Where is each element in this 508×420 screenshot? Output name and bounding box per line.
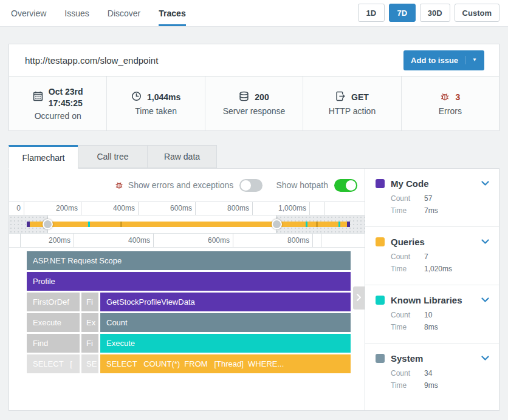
stat-value: 1,044ms (147, 92, 180, 103)
time-label: Time (391, 381, 424, 390)
nav-tabs: Overview Issues Discover Traces (11, 0, 186, 26)
tab-flamechart[interactable]: Flamechart (9, 145, 78, 169)
flame-frame-count[interactable]: Count (100, 313, 351, 332)
minimap-handle-left[interactable] (43, 219, 53, 229)
legend-header[interactable]: System (376, 353, 489, 364)
stat-errors: 3 Errors (402, 76, 499, 130)
flame-frame-fi[interactable]: Fi (81, 293, 98, 311)
ruler-tick: 600ms (154, 234, 233, 247)
ruler-filler (324, 202, 365, 215)
legend-name: System (391, 353, 423, 364)
view-tabs: Flamechart Call tree Raw data (9, 145, 499, 168)
timeline-minimap (9, 215, 365, 233)
nav-tab-label: Traces (159, 8, 185, 18)
trace-url-row: http://testapp.com/slow_endpoint Add to … (9, 44, 499, 76)
stat-label: Occurred on (35, 111, 81, 121)
trace-stats-row: Oct 23rd 17:45:25 Occurred on 1,044ms Ti… (9, 76, 499, 130)
range-button-custom[interactable]: Custom (455, 4, 499, 22)
add-to-issue-button[interactable]: Add to issue ▼ (403, 50, 484, 70)
flame-frame-select[interactable]: SELECT [ (27, 354, 80, 373)
flame-frame-profile[interactable]: Profile (27, 272, 351, 291)
stat-http-action: GET HTTP action (303, 76, 401, 130)
expand-pane-button[interactable] (353, 286, 365, 310)
queries-swatch (376, 237, 385, 246)
flame-frame-find[interactable]: Find (27, 334, 80, 353)
minimap-cap (27, 222, 30, 227)
flame-frame-aspnet-request-scope[interactable]: ASP.NET Request Scope (27, 251, 351, 270)
ruler-tick: 200ms (21, 234, 74, 247)
count-value: 7 (424, 252, 428, 261)
stat-value: 3 (455, 92, 460, 103)
legend-item-known-libraries: Known Libraries Count10 Time8ms (365, 285, 499, 344)
legend-stats: Count57 Time7ms (391, 194, 489, 215)
legend-name: Known Libraries (391, 295, 462, 305)
clock-icon (131, 91, 142, 104)
minimap-handle-right[interactable] (272, 219, 282, 229)
legend-header[interactable]: My Code (376, 178, 489, 189)
tab-raw-data[interactable]: Raw data (147, 145, 217, 168)
count-value: 10 (424, 311, 432, 319)
legend-header[interactable]: Queries (376, 237, 489, 247)
flame-frame-firstordef[interactable]: FirstOrDef (27, 293, 80, 311)
count-value: 34 (424, 369, 432, 378)
legend-name: Queries (391, 237, 425, 247)
calendar-icon (33, 91, 43, 104)
chevron-right-icon (357, 293, 361, 303)
bug-icon (440, 92, 450, 104)
trace-header-card: http://testapp.com/slow_endpoint Add to … (9, 44, 499, 131)
flame-frame-select-query[interactable]: SELECT COUNT(*) FROM [Thread] WHERE... (100, 354, 351, 373)
minimap-tick (316, 222, 318, 227)
count-value: 57 (424, 194, 432, 203)
chevron-down-icon[interactable] (481, 356, 489, 361)
ruler-tick: 0 (9, 202, 24, 215)
flame-frame-execute[interactable]: Execute (27, 313, 80, 332)
range-button-1d[interactable]: 1D (358, 4, 385, 22)
count-label: Count (391, 311, 424, 319)
flame-frame-getstockprofileviewdata[interactable]: GetStockProfileViewData (100, 293, 351, 311)
nav-tab-issues[interactable]: Issues (64, 0, 89, 26)
minimap-tick (120, 222, 122, 227)
chevron-down-icon[interactable] (481, 297, 489, 303)
database-icon (239, 91, 249, 104)
occurred-date: Oct 23rd (49, 87, 83, 97)
nav-tab-traces[interactable]: Traces (159, 0, 185, 26)
legend-stats: Count7 Time1,020ms (391, 252, 489, 273)
nav-tab-label: Discover (108, 8, 140, 18)
minimap-tick (306, 222, 307, 227)
nav-tab-label: Issues (64, 8, 89, 18)
bug-icon (115, 181, 123, 189)
flame-frame-se[interactable]: SE (81, 354, 98, 373)
stat-occurred-on: Oct 23rd 17:45:25 Occurred on (9, 76, 107, 130)
flame-row: Profile (27, 272, 351, 291)
legend-header[interactable]: Known Libraries (376, 295, 489, 305)
tab-call-tree[interactable]: Call tree (78, 145, 148, 168)
show-hotpath-toggle[interactable] (334, 179, 357, 192)
flame-frame-execute-lib[interactable]: Execute (100, 334, 351, 353)
time-range-group: 1D 7D 30D Custom (358, 4, 499, 22)
ruler-tick: 1,000ms (253, 202, 310, 215)
count-label: Count (391, 252, 424, 261)
top-navigation: Overview Issues Discover Traces 1D 7D 30… (0, 0, 508, 27)
nav-tab-overview[interactable]: Overview (11, 0, 46, 26)
count-label: Count (391, 369, 424, 378)
stat-value: 200 (255, 92, 269, 103)
flame-frame-fi[interactable]: Fi (81, 334, 98, 353)
toggle-knob (346, 180, 356, 191)
chevron-down-icon[interactable] (481, 181, 489, 186)
nav-tab-label: Overview (11, 8, 46, 18)
range-button-30d[interactable]: 30D (420, 4, 450, 22)
range-button-7d[interactable]: 7D (389, 4, 416, 22)
chevron-down-icon[interactable] (481, 239, 489, 245)
stat-value: Oct 23rd 17:45:25 (49, 86, 83, 108)
stat-label: Server response (223, 106, 286, 116)
show-errors-toggle[interactable] (239, 179, 263, 192)
show-hotpath-label: Show hotpath (276, 180, 328, 190)
ruler-tick: 800ms (233, 234, 313, 247)
stat-label: HTTP action (329, 106, 376, 116)
flame-frame-ex[interactable]: Ex (81, 313, 98, 332)
ruler-tick: 400ms (81, 202, 139, 215)
add-to-issue-label: Add to issue (411, 56, 458, 65)
flame-row: FirstOrDef Fi GetStockProfileViewData (27, 293, 351, 311)
nav-tab-discover[interactable]: Discover (108, 0, 140, 26)
flame-row: Execute Ex Count (27, 313, 351, 332)
